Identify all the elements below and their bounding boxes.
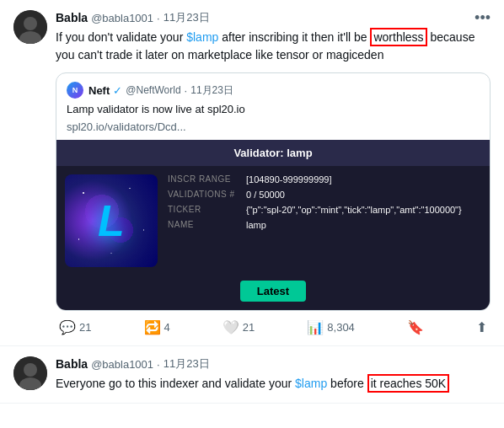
lamp-letter: L <box>98 195 125 246</box>
reply-count: 21 <box>79 321 91 334</box>
dot-sep3: · <box>157 358 160 371</box>
retweet-count: 4 <box>164 321 170 334</box>
tweet-1-header: Babla @babla1001 · 11月23日 ••• If you don… <box>13 10 491 335</box>
author-handle-2: @babla1001 <box>91 358 153 371</box>
tweet-1-actions: 💬 21 🔁 4 🤍 21 📊 8,304 🔖 <box>56 319 491 335</box>
highlighted-text-2: it reaches 50K <box>367 374 450 393</box>
validator-row-3: TICKER {"p":"spl-20","op":"mint","tick":… <box>168 205 481 215</box>
validator-card: Validator: lamp L INSCR RANGE [104890-99… <box>56 140 490 310</box>
tweet-1-text: If you don't validate your $lamp after i… <box>56 29 491 64</box>
quoted-author-name[interactable]: Neft <box>88 84 110 97</box>
quoted-meta: Neft ✓ @NeftWorld · 11月23日 <box>88 83 233 98</box>
validator-image: L <box>65 174 158 267</box>
retweet-icon: 🔁 <box>144 319 161 335</box>
reply-icon: 💬 <box>59 319 76 335</box>
text-before: If you don't validate your <box>56 30 186 44</box>
analytics-action[interactable]: 📊 8,304 <box>307 319 355 335</box>
tweet-1-main: Babla @babla1001 · 11月23日 ••• If you don… <box>56 10 491 335</box>
tweet-2-header: Babla @babla1001 · 11月23日 Everyone go to… <box>13 356 491 393</box>
tweet-1: Babla @babla1001 · 11月23日 ••• If you don… <box>0 0 504 346</box>
validator-table: INSCR RANGE [104890-999999999] VALIDATIO… <box>168 174 481 267</box>
share-action[interactable]: ⬆ <box>476 319 487 335</box>
validator-row-1: INSCR RANGE [104890-999999999] <box>168 174 481 185</box>
reply-action[interactable]: 💬 21 <box>59 319 91 335</box>
validator-row-4: NAME lamp <box>168 220 481 230</box>
lamp-link-2[interactable]: $lamp <box>295 377 327 390</box>
like-count: 21 <box>243 321 255 334</box>
quoted-tweet[interactable]: N Neft ✓ @NeftWorld · 11月23日 Lamp valida… <box>56 72 491 311</box>
tweet-2-meta: Babla @babla1001 · 11月23日 <box>56 356 491 372</box>
latest-btn-container: Latest <box>56 276 490 310</box>
validator-row-2: VALIDATIONS # 0 / 50000 <box>168 190 481 200</box>
tweet2-text-before: Everyone go to this indexer and validate… <box>56 377 295 390</box>
validator-value-2: 0 / 50000 <box>246 190 285 200</box>
validator-label-2: VALIDATIONS # <box>168 190 239 199</box>
lamp-link[interactable]: $lamp <box>186 30 218 44</box>
tweet-2-text: Everyone go to this indexer and validate… <box>56 375 491 393</box>
like-action[interactable]: 🤍 21 <box>223 319 255 335</box>
like-icon: 🤍 <box>223 319 239 335</box>
analytics-count: 8,304 <box>327 321 355 334</box>
quoted-tweet-header: N Neft ✓ @NeftWorld · 11月23日 <box>56 73 490 102</box>
validator-content: L INSCR RANGE [104890-999999999] VALIDAT… <box>56 166 490 276</box>
text-middle: after inscribing it then it'll be <box>218 30 370 44</box>
validator-label-4: NAME <box>168 220 239 229</box>
retweet-action[interactable]: 🔁 4 <box>144 319 170 335</box>
avatar-2[interactable] <box>13 356 47 390</box>
quoted-author-handle: @NeftWorld <box>126 84 180 96</box>
author-name[interactable]: Babla <box>56 11 88 24</box>
validator-title: Validator: lamp <box>56 140 490 166</box>
author-handle[interactable]: @babla1001 <box>91 12 153 24</box>
latest-button[interactable]: Latest <box>240 281 306 302</box>
tweet-2: Babla @babla1001 · 11月23日 Everyone go to… <box>0 346 504 404</box>
quoted-text: Lamp validator is now live at spl20.io <box>56 102 490 120</box>
tweet-date: 11月23日 <box>164 10 210 25</box>
tweet-2-main: Babla @babla1001 · 11月23日 Everyone go to… <box>56 356 491 393</box>
validator-value-4: lamp <box>246 220 266 230</box>
share-icon: ⬆ <box>476 319 487 335</box>
author-name-2[interactable]: Babla <box>56 357 88 371</box>
dot-separator: · <box>157 12 160 24</box>
tweet2-text-middle: before <box>327 377 367 390</box>
quoted-date: 11月23日 <box>190 83 233 98</box>
bookmark-action[interactable]: 🔖 <box>407 319 424 335</box>
validator-value-3: {"p":"spl-20","op":"mint","tick":"lamp",… <box>246 205 462 215</box>
tweet-1-meta: Babla @babla1001 · 11月23日 ••• <box>56 10 491 25</box>
tweet-date-2: 11月23日 <box>164 356 210 372</box>
bookmark-icon: 🔖 <box>407 319 424 335</box>
highlighted-word: worthless <box>370 28 426 46</box>
dot-sep2: · <box>185 84 188 97</box>
quoted-url[interactable]: spl20.io/validators/Dcd... <box>56 120 490 140</box>
svg-point-4 <box>24 363 37 377</box>
validator-label-1: INSCR RANGE <box>168 174 239 184</box>
svg-point-1 <box>24 17 37 30</box>
analytics-icon: 📊 <box>307 319 324 335</box>
more-options-button[interactable]: ••• <box>475 10 491 25</box>
validator-label-3: TICKER <box>168 205 239 214</box>
validator-value-1: [104890-999999999] <box>246 174 332 185</box>
verified-badge: ✓ <box>113 84 122 97</box>
avatar[interactable] <box>13 10 47 44</box>
neft-avatar: N <box>67 82 83 99</box>
